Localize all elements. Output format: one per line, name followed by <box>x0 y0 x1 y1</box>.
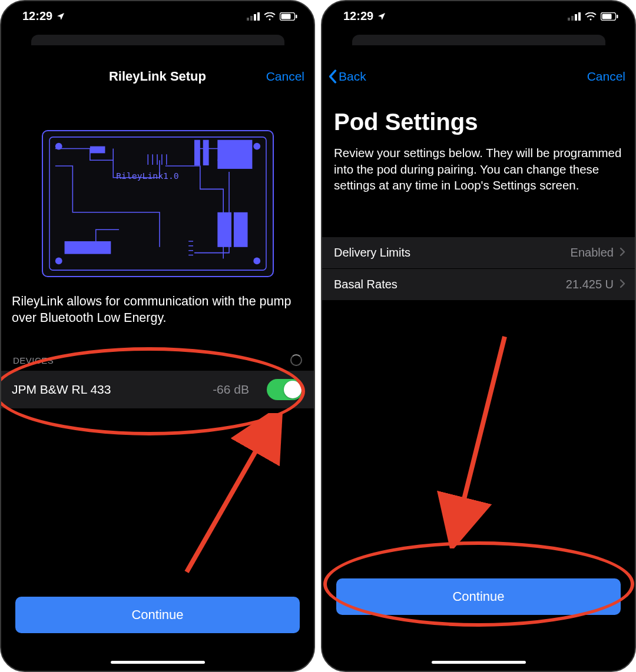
svg-rect-10 <box>217 140 252 169</box>
svg-rect-7 <box>296 15 297 18</box>
svg-rect-1 <box>250 16 253 21</box>
svg-point-19 <box>253 258 260 265</box>
svg-point-18 <box>55 258 62 265</box>
device-signal-strength: -66 dB <box>213 382 249 397</box>
location-icon <box>377 12 386 21</box>
annotation-arrow-continue <box>410 331 528 548</box>
settings-list: Delivery Limits Enabled Basal Rates 21.4… <box>322 237 635 301</box>
svg-rect-11 <box>217 212 231 247</box>
svg-point-17 <box>253 143 260 150</box>
phone-screen-rileylink-setup: 12:29 RileyLink Setup Cancel <box>0 0 315 672</box>
cancel-button[interactable]: Cancel <box>587 69 625 84</box>
chevron-right-icon <box>620 278 625 291</box>
battery-icon <box>280 12 297 21</box>
back-button[interactable]: Back <box>328 69 366 84</box>
row-value: Enabled <box>571 246 614 260</box>
status-bar: 12:29 <box>322 1 635 26</box>
location-icon <box>56 12 65 21</box>
sheet-grabber <box>352 35 605 45</box>
continue-button[interactable]: Continue <box>336 578 621 615</box>
svg-rect-22 <box>571 16 574 21</box>
pcb-label: RileyLink1.0 <box>116 171 179 181</box>
svg-rect-27 <box>602 14 612 19</box>
row-label: Delivery Limits <box>334 246 571 260</box>
svg-rect-12 <box>233 212 247 247</box>
svg-line-20 <box>187 428 269 572</box>
nav-bar: Back Cancel <box>322 59 635 94</box>
svg-point-4 <box>269 18 271 20</box>
svg-line-29 <box>458 337 505 525</box>
svg-rect-14 <box>194 140 200 165</box>
sheet-grabber <box>31 35 284 45</box>
row-label: Basal Rates <box>334 278 566 291</box>
back-label: Back <box>339 69 366 84</box>
svg-rect-24 <box>578 12 581 21</box>
devices-header-label: DEVICES <box>13 355 54 365</box>
cellular-signal-icon <box>247 12 260 21</box>
loading-spinner-icon <box>290 354 302 366</box>
settings-description: Review your settings below. They will be… <box>322 145 635 194</box>
wifi-icon <box>264 12 276 21</box>
svg-rect-13 <box>203 140 208 165</box>
status-time: 12:29 <box>22 9 52 23</box>
phone-screen-pod-settings: 12:29 Back Cancel Pod Settings Review yo… <box>321 0 636 672</box>
svg-point-16 <box>55 143 62 150</box>
nav-bar: RileyLink Setup Cancel <box>1 59 314 94</box>
delivery-limits-row[interactable]: Delivery Limits Enabled <box>322 237 635 269</box>
setup-description: RileyLink allows for communication with … <box>1 294 314 326</box>
svg-rect-9 <box>64 241 111 254</box>
continue-label: Continue <box>452 589 504 604</box>
annotation-arrow-device <box>163 413 293 584</box>
home-indicator[interactable] <box>111 661 205 664</box>
status-time: 12:29 <box>343 9 373 23</box>
devices-header: DEVICES <box>1 326 314 371</box>
row-value: 21.425 U <box>566 278 614 291</box>
rileylink-pcb-illustration: RileyLink1.0 <box>42 130 274 277</box>
svg-rect-3 <box>257 12 260 21</box>
device-name: JPM B&W RL 433 <box>12 382 213 397</box>
home-indicator[interactable] <box>432 661 526 664</box>
svg-rect-21 <box>568 18 570 21</box>
wifi-icon <box>585 12 597 21</box>
svg-rect-23 <box>575 14 577 21</box>
status-bar: 12:29 <box>1 1 314 26</box>
svg-rect-28 <box>617 15 618 18</box>
chevron-right-icon <box>620 246 625 260</box>
cancel-button[interactable]: Cancel <box>266 69 304 84</box>
svg-point-25 <box>590 18 592 20</box>
battery-icon <box>601 12 618 21</box>
page-title: RileyLink Setup <box>109 69 206 84</box>
svg-rect-6 <box>281 14 291 19</box>
svg-rect-15 <box>90 147 105 154</box>
svg-rect-2 <box>254 14 256 21</box>
device-row[interactable]: JPM B&W RL 433 -66 dB <box>1 371 314 408</box>
basal-rates-row[interactable]: Basal Rates 21.425 U <box>322 269 635 301</box>
cellular-signal-icon <box>568 12 581 21</box>
device-enable-toggle[interactable] <box>267 379 303 400</box>
continue-button[interactable]: Continue <box>15 597 300 633</box>
page-title: Pod Settings <box>322 94 635 145</box>
svg-rect-0 <box>247 18 249 21</box>
continue-label: Continue <box>131 607 183 623</box>
